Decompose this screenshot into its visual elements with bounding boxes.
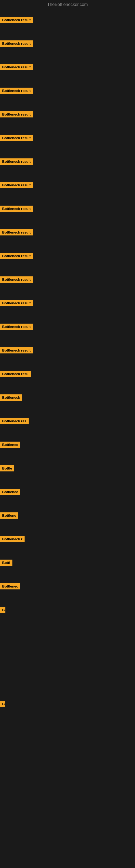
- bottleneck-result-item: B: [0, 607, 5, 614]
- bottleneck-result-item: Bottleneck result: [0, 347, 33, 354]
- bottleneck-badge[interactable]: Bottlenec: [0, 583, 20, 589]
- bottleneck-result-item: Bottleneck result: [0, 88, 33, 95]
- bottleneck-result-item: B: [0, 701, 5, 708]
- bottleneck-badge[interactable]: Bottleneck result: [0, 229, 33, 236]
- bottleneck-result-item: Bottleneck result: [0, 253, 33, 260]
- bottleneck-result-item: Bottlenec: [0, 489, 20, 496]
- bottleneck-badge[interactable]: Bottleneck result: [0, 17, 33, 23]
- bottleneck-badge[interactable]: Bottleneck result: [0, 206, 33, 212]
- bottleneck-badge[interactable]: B: [0, 607, 5, 613]
- bottleneck-result-item: Bottl: [0, 560, 12, 567]
- bottleneck-badge[interactable]: Bottlene: [0, 513, 18, 519]
- site-title: TheBottlenecker.com: [0, 0, 135, 9]
- bottleneck-result-item: Bottleneck result: [0, 182, 33, 189]
- bottleneck-result-item: Bottleneck result: [0, 64, 33, 71]
- bottleneck-result-item: Bottleneck result: [0, 276, 33, 284]
- bottleneck-badge[interactable]: Bottleneck result: [0, 88, 33, 94]
- bottleneck-badge[interactable]: Bottleneck res: [0, 418, 29, 424]
- bottleneck-badge[interactable]: Bottleneck: [0, 394, 22, 401]
- bottleneck-badge[interactable]: Bottlenec: [0, 442, 20, 448]
- bottleneck-result-item: Bottleneck result: [0, 323, 33, 331]
- bottleneck-result-item: Bottlenec: [0, 442, 20, 449]
- bottleneck-badge[interactable]: Bottleneck result: [0, 111, 33, 118]
- bottleneck-result-item: Bottleneck result: [0, 300, 33, 307]
- bottleneck-badge[interactable]: Bottleneck result: [0, 135, 33, 141]
- bottleneck-result-item: Bottleneck: [0, 394, 22, 402]
- bottleneck-badge[interactable]: Bottleneck result: [0, 158, 33, 165]
- bottleneck-badge[interactable]: Bottleneck r: [0, 536, 25, 542]
- bottleneck-badge[interactable]: Bottleneck result: [0, 276, 33, 283]
- bottleneck-result-item: Bottleneck resu: [0, 371, 31, 378]
- bottleneck-badge[interactable]: Bottleneck result: [0, 253, 33, 259]
- bottleneck-badge[interactable]: Bottleneck result: [0, 182, 33, 188]
- bottleneck-badge[interactable]: Bottleneck result: [0, 323, 33, 330]
- bottleneck-result-item: Bottleneck result: [0, 229, 33, 237]
- bottleneck-result-item: Bottleneck res: [0, 418, 29, 425]
- bottleneck-result-item: Bottleneck result: [0, 206, 33, 213]
- bottleneck-badge[interactable]: Bottleneck result: [0, 40, 33, 46]
- bottleneck-result-item: Bottleneck result: [0, 17, 33, 24]
- bottleneck-result-item: Bottleneck result: [0, 135, 33, 142]
- bottleneck-result-item: Bottleneck result: [0, 158, 33, 166]
- bottleneck-badge[interactable]: Bottleneck result: [0, 64, 33, 70]
- bottleneck-badge[interactable]: Bottleneck resu: [0, 371, 31, 377]
- bottleneck-result-item: Bottleneck r: [0, 536, 25, 543]
- bottleneck-result-item: Bottleneck result: [0, 40, 33, 48]
- bottleneck-result-item: Bottleneck result: [0, 111, 33, 119]
- bottleneck-result-item: Bottle: [0, 465, 14, 472]
- bottleneck-result-item: Bottlene: [0, 513, 18, 520]
- bottleneck-badge[interactable]: Bottleneck result: [0, 300, 33, 306]
- bottleneck-badge[interactable]: B: [0, 701, 5, 707]
- bottleneck-result-item: Bottlenec: [0, 583, 20, 590]
- bottleneck-badge[interactable]: Bottlenec: [0, 489, 20, 495]
- bottleneck-badge[interactable]: Bottl: [0, 560, 12, 566]
- bottleneck-badge[interactable]: Bottle: [0, 465, 14, 471]
- bottleneck-badge[interactable]: Bottleneck result: [0, 347, 33, 353]
